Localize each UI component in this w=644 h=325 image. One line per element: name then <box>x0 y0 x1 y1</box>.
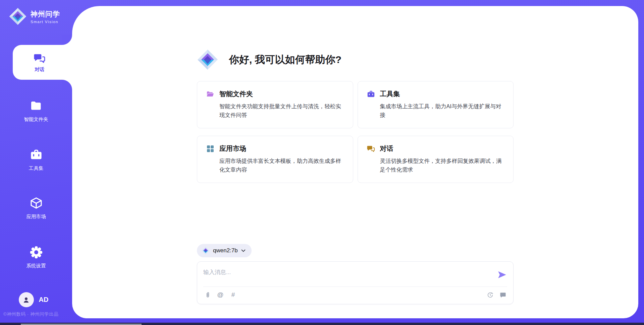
chat-bubble-icon[interactable] <box>499 291 506 299</box>
copyright-text: ©神州数码 · 神州问学出品 <box>3 311 58 317</box>
diamond-logo-icon <box>9 7 27 25</box>
model-selector[interactable]: qwen2:7b <box>197 244 252 257</box>
folder-icon <box>30 99 43 113</box>
card-app-market[interactable]: 应用市场 应用市场提供丰富长文本模板，助力高效生成多样化文章内容 <box>197 136 353 183</box>
attach-file-icon[interactable] <box>204 291 211 299</box>
briefcase-icon <box>367 90 375 99</box>
tab-fillet-top <box>62 35 72 45</box>
card-title: 应用市场 <box>219 144 246 153</box>
greeting-title: 你好, 我可以如何帮助你? <box>229 53 341 67</box>
card-title: 智能文件夹 <box>219 89 253 99</box>
mention-icon[interactable]: @ <box>217 291 224 299</box>
chevron-down-icon <box>241 249 246 252</box>
sidebar-item-market[interactable]: 应用市场 <box>0 196 72 220</box>
sidebar: 神州问学 Smart Vision 对话 智能文件夹 <box>0 0 72 325</box>
brand-subtitle: Smart Vision <box>31 20 60 24</box>
card-description: 集成市场上主流工具，助力AI与外界无缝扩展与对接 <box>380 102 505 119</box>
message-composer: @ # <box>197 261 514 304</box>
cube-icon <box>30 196 43 210</box>
briefcase-icon <box>30 148 43 161</box>
card-description: 应用市场提供丰富长文本模板，助力高效生成多样化文章内容 <box>219 156 344 174</box>
sidebar-item-folders[interactable]: 智能文件夹 <box>0 99 72 123</box>
model-name: qwen2:7b <box>213 247 238 254</box>
send-button[interactable] <box>497 270 507 280</box>
sidebar-item-label: 对话 <box>35 66 44 73</box>
card-description: 智能文件夹功能支持批量文件上传与清洗，轻松实现文件问答 <box>219 102 344 119</box>
folder-open-icon <box>206 90 215 99</box>
feature-cards: 智能文件夹 智能文件夹功能支持批量文件上传与清洗，轻松实现文件问答 工具集 <box>197 81 514 183</box>
card-smart-folder[interactable]: 智能文件夹 智能文件夹功能支持批量文件上传与清洗，轻松实现文件问答 <box>197 81 353 128</box>
user-initials: AD <box>39 296 49 304</box>
tab-fillet-bottom <box>62 80 72 90</box>
user-profile[interactable]: AD <box>0 292 67 307</box>
chat-icon <box>33 52 46 65</box>
grid-icon <box>206 144 215 153</box>
brand-logo: 神州问学 Smart Vision <box>9 7 60 25</box>
chat-icon <box>367 144 375 153</box>
sidebar-item-tools[interactable]: 工具集 <box>0 148 72 172</box>
card-title: 对话 <box>380 144 393 153</box>
card-toolset[interactable]: 工具集 集成市场上主流工具，助力AI与外界无缝扩展与对接 <box>358 81 514 128</box>
sidebar-item-label: 应用市场 <box>0 213 72 220</box>
diamond-logo-icon <box>197 49 218 70</box>
brand-name: 神州问学 <box>31 9 60 19</box>
window-bottom-edge <box>0 323 644 325</box>
bottom-edge-segment <box>21 324 142 325</box>
card-chat[interactable]: 对话 灵活切换多模型文件，支持多样回复效果调试，满足个性化需求 <box>358 136 514 183</box>
sidebar-item-chat[interactable]: 对话 <box>13 45 72 80</box>
history-icon[interactable] <box>486 291 494 299</box>
sidebar-item-label: 智能文件夹 <box>0 116 72 123</box>
main-panel: 你好, 我可以如何帮助你? 智能文件夹 智能文件夹功能支持批量文件上传与清洗，轻… <box>72 6 638 318</box>
person-icon <box>22 296 31 304</box>
gear-icon <box>30 246 43 259</box>
avatar <box>19 292 34 307</box>
sidebar-item-settings[interactable]: 系统设置 <box>0 246 72 269</box>
card-title: 工具集 <box>380 89 400 99</box>
diamond-logo-icon <box>202 247 210 255</box>
message-input[interactable] <box>203 266 497 285</box>
sidebar-item-label: 工具集 <box>0 165 72 172</box>
hashtag-icon[interactable]: # <box>229 291 237 299</box>
card-description: 灵活切换多模型文件，支持多样回复效果调试，满足个性化需求 <box>380 156 505 174</box>
send-icon <box>497 270 507 280</box>
sidebar-item-label: 系统设置 <box>0 263 72 269</box>
welcome-hero: 你好, 我可以如何帮助你? <box>197 49 514 70</box>
